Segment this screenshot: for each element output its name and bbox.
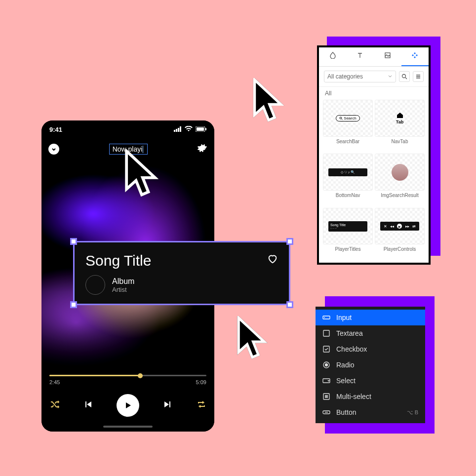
button-icon xyxy=(322,408,330,416)
tab-ink[interactable] xyxy=(319,47,347,66)
time-elapsed: 2:45 xyxy=(49,379,60,385)
checkbox-icon xyxy=(322,345,330,353)
tile-playertitles[interactable]: Song Title○ ─ ─ PlayerTitles xyxy=(323,208,373,260)
menu-item-multi-select[interactable]: Multi-select xyxy=(316,389,425,404)
type-menu: Input Textarea Checkbox Radio Select Mul… xyxy=(316,307,425,423)
svg-point-14 xyxy=(325,364,328,366)
library-search-button[interactable] xyxy=(399,71,410,82)
collapse-button[interactable] xyxy=(48,144,59,155)
tab-components[interactable] xyxy=(401,47,429,66)
menu-item-textarea[interactable]: Textarea xyxy=(316,325,425,341)
library-filter-row: All categories xyxy=(319,67,429,87)
category-select-label: All categories xyxy=(327,73,363,80)
menu-item-button[interactable]: Button ⌥ B xyxy=(316,404,425,420)
tab-image[interactable] xyxy=(374,47,401,66)
input-icon xyxy=(322,314,330,321)
menu-item-select[interactable]: Select xyxy=(316,373,425,389)
resize-handle-tl[interactable] xyxy=(70,238,77,245)
library-grid: Search SearchBar Tab NavTab ◇ ♡ ♪ 🔍 Bott… xyxy=(319,97,429,263)
svg-rect-0 xyxy=(174,130,175,132)
artist-name: Artist xyxy=(112,286,134,293)
cursor-icon xyxy=(235,316,270,364)
menu-item-shortcut: ⌥ B xyxy=(407,409,418,416)
svg-rect-6 xyxy=(205,128,206,130)
progress-thumb[interactable] xyxy=(138,373,143,378)
svg-rect-12 xyxy=(323,346,329,352)
album-name: Album xyxy=(112,277,134,286)
select-icon xyxy=(322,377,330,385)
chevron-down-icon xyxy=(388,73,393,80)
cursor-icon xyxy=(122,149,161,202)
play-button[interactable] xyxy=(117,394,139,417)
cursor-icon xyxy=(251,78,286,127)
menu-item-radio[interactable]: Radio xyxy=(316,357,425,373)
selected-component[interactable]: Song Title Album Artist xyxy=(73,241,290,305)
library-tabs xyxy=(319,47,429,67)
category-select[interactable]: All categories xyxy=(324,71,396,82)
library-section-header: All xyxy=(319,87,429,97)
tile-imgsearchresult[interactable]: ImgSearchResult xyxy=(375,154,425,205)
library-panel: All categories All Search SearchBar Tab … xyxy=(317,45,431,265)
settings-button[interactable] xyxy=(198,143,207,155)
radio-icon xyxy=(322,361,330,369)
tab-text[interactable] xyxy=(347,47,374,66)
clock: 9:41 xyxy=(49,126,62,133)
svg-rect-1 xyxy=(176,129,177,132)
tile-playercontrols[interactable]: ✕◂◂▶▸▸⇄ PlayerControls xyxy=(375,208,425,260)
wifi-icon xyxy=(185,126,193,133)
progress-area: 2:45 5:09 xyxy=(49,375,206,385)
svg-rect-10 xyxy=(323,316,330,319)
progress-bar[interactable] xyxy=(49,375,206,376)
battery-icon xyxy=(196,126,206,133)
shuffle-button[interactable] xyxy=(49,399,59,411)
song-title: Song Title xyxy=(85,252,278,269)
tile-navtab[interactable]: Tab NavTab xyxy=(375,100,425,152)
resize-handle-tr[interactable] xyxy=(286,238,293,245)
time-total: 5:09 xyxy=(196,379,206,385)
home-indicator xyxy=(103,426,153,428)
library-list-toggle[interactable] xyxy=(413,71,424,82)
album-thumbnail xyxy=(85,275,105,295)
tile-searchbar[interactable]: Search SearchBar xyxy=(323,100,373,152)
tile-bottomnav[interactable]: ◇ ♡ ♪ 🔍 BottomNav xyxy=(323,154,373,205)
multi-select-icon xyxy=(322,393,330,400)
song-card: Song Title Album Artist xyxy=(75,242,289,304)
svg-point-8 xyxy=(402,75,406,78)
svg-point-9 xyxy=(340,117,342,119)
next-button[interactable] xyxy=(163,399,173,411)
player-controls xyxy=(49,394,206,417)
svg-rect-2 xyxy=(178,128,179,132)
svg-rect-11 xyxy=(323,330,329,336)
svg-rect-5 xyxy=(197,127,204,131)
status-bar: 9:41 xyxy=(41,120,214,138)
progress-fill xyxy=(49,375,140,376)
resize-handle-br[interactable] xyxy=(286,301,293,308)
previous-button[interactable] xyxy=(83,399,93,411)
menu-item-input[interactable]: Input xyxy=(316,310,425,325)
textarea-icon xyxy=(322,329,330,337)
resize-handle-bl[interactable] xyxy=(70,301,77,308)
svg-rect-3 xyxy=(180,126,181,132)
signal-icon xyxy=(174,126,182,133)
favorite-button[interactable] xyxy=(267,253,278,266)
menu-item-checkbox[interactable]: Checkbox xyxy=(316,341,425,357)
repeat-button[interactable] xyxy=(197,399,206,411)
